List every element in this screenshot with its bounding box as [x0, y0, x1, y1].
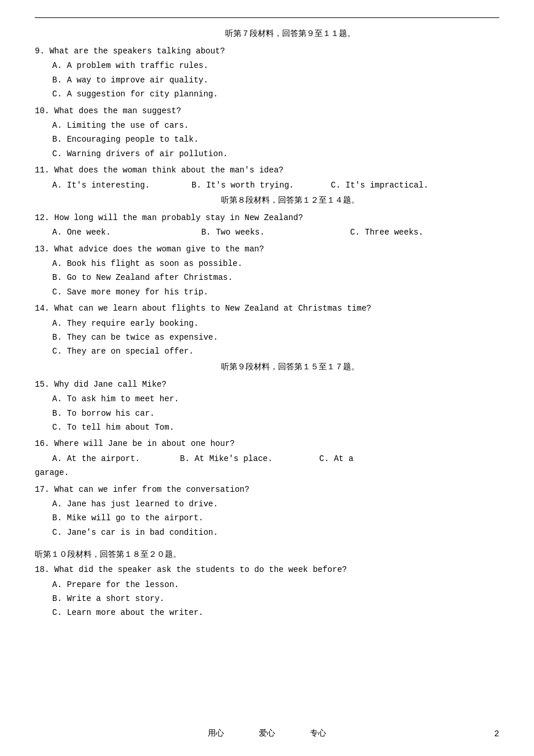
option-continuation: garage. — [35, 466, 499, 479]
section-header-section9: 听第９段材料，回答第１５至１７题。 — [35, 362, 499, 372]
question-block-17: 17. What can we infer from the conversat… — [35, 483, 499, 539]
option-row: A. One week.B. Two weeks.C. Three weeks. — [52, 226, 499, 239]
option-C: C. Learn more about the writer. — [52, 606, 499, 619]
question-text: 11. What does the woman think about the … — [35, 164, 499, 177]
section-header-section7: 听第７段材料，回答第９至１１题。 — [35, 28, 499, 39]
option-B: B. They can be twice as expensive. — [52, 331, 499, 344]
option-C: C. Jane's car is in bad condition. — [52, 526, 499, 539]
option-A: A. Limiting the use of cars. — [52, 119, 499, 132]
option-A: A. Jane has just learned to drive. — [52, 498, 499, 510]
option-A: A. Prepare for the lesson. — [52, 578, 499, 591]
question-block-11: 11. What does the woman think about the … — [35, 164, 499, 192]
option-B: B. Encouraging people to talk. — [52, 133, 499, 146]
option-C: C. A suggestion for city planning. — [52, 88, 499, 100]
option-C: C. Warning drivers of air pollution. — [52, 147, 499, 160]
option-B: B. Write a short story. — [52, 592, 499, 605]
question-text: 15. Why did Jane call Mike? — [35, 378, 499, 391]
question-block-13: 13. What advice does the woman give to t… — [35, 243, 499, 299]
section-header-section10: 听第１０段材料，回答第１８至２０题。 — [35, 549, 499, 560]
question-block-16: 16. Where will Jane be in about one hour… — [35, 437, 499, 479]
option-A: A. They require early booking. — [52, 317, 499, 330]
question-text: 18. What did the speaker ask the student… — [35, 563, 499, 576]
option-A: A. A problem with traffic rules. — [52, 59, 499, 72]
option-row: A. It's interesting.B. It's worth trying… — [52, 179, 499, 192]
footer-item-2: 爱心 — [259, 728, 275, 739]
question-block-18: 18. What did the speaker ask the student… — [35, 563, 499, 620]
question-text: 9. What are the speakers talking about? — [35, 45, 499, 57]
option-row: A. At the airport.B. At Mike's place.C. … — [52, 452, 499, 465]
question-block-9: 9. What are the speakers talking about?A… — [35, 45, 499, 101]
question-text: 16. Where will Jane be in about one hour… — [35, 437, 499, 450]
option-B: B. Go to New Zealand after Christmas. — [52, 271, 499, 284]
question-text: 14. What can we learn about flights to N… — [35, 302, 499, 315]
option-B: B. A way to improve air quality. — [52, 74, 499, 87]
question-text: 17. What can we infer from the conversat… — [35, 483, 499, 496]
question-text: 10. What does the man suggest? — [35, 105, 499, 117]
footer-item-3: 专心 — [310, 728, 326, 739]
question-block-15: 15. Why did Jane call Mike?A. To ask him… — [35, 378, 499, 434]
footer: 用心 爱心 专心 — [0, 728, 534, 739]
question-text: 13. What advice does the woman give to t… — [35, 243, 499, 255]
top-divider — [35, 17, 499, 18]
option-C: C. To tell him about Tom. — [52, 421, 499, 434]
section-header-section8: 听第８段材料，回答第１２至１４题。 — [35, 195, 499, 206]
question-block-12: 12. How long will the man probably stay … — [35, 211, 499, 239]
option-C: C. Save more money for his trip. — [52, 286, 499, 298]
footer-item-1: 用心 — [208, 728, 224, 739]
question-block-14: 14. What can we learn about flights to N… — [35, 302, 499, 358]
option-A: A. Book his flight as soon as possible. — [52, 257, 499, 270]
option-B: B. Mike will go to the airport. — [52, 512, 499, 524]
option-A: A. To ask him to meet her. — [52, 393, 499, 405]
option-B: B. To borrow his car. — [52, 407, 499, 420]
option-C: C. They are on special offer. — [52, 345, 499, 358]
question-block-10: 10. What does the man suggest?A. Limitin… — [35, 105, 499, 161]
question-text: 12. How long will the man probably stay … — [35, 211, 499, 224]
page-number: 2 — [495, 729, 499, 739]
